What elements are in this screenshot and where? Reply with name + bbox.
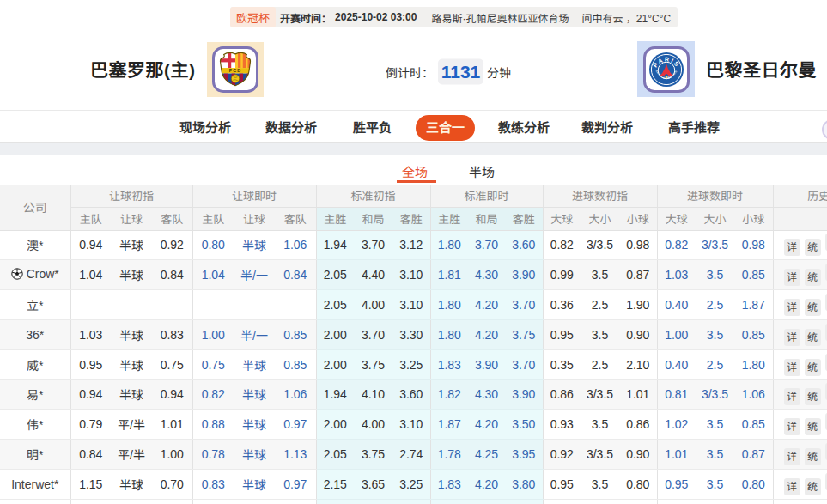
odds-cell[interactable]: 0.94 [70, 230, 111, 260]
odds-cell[interactable]: 3.5 [581, 410, 619, 440]
odds-cell[interactable]: 平/半 [111, 410, 152, 440]
odds-cell[interactable]: 半球 [234, 410, 275, 440]
odds-cell[interactable]: 1.78 [430, 440, 468, 470]
odds-cell[interactable]: 4.20 [468, 319, 505, 349]
nav-tab-4[interactable]: 三合一 [416, 115, 475, 141]
nav-tab-1[interactable]: 现场分析 [179, 118, 231, 136]
detail-button[interactable]: 详 [784, 329, 800, 346]
odds-cell[interactable]: 0.97 [275, 469, 316, 499]
odds-cell[interactable]: 0.93 [543, 410, 581, 440]
odds-cell[interactable]: 0.79 [70, 410, 111, 440]
odds-cell[interactable]: 半球 [111, 319, 152, 349]
odds-cell[interactable]: 1.82 [430, 380, 468, 410]
odds-cell[interactable]: 3.75 [505, 319, 543, 349]
odds-cell[interactable]: 3.5 [581, 260, 619, 290]
odds-cell[interactable]: 3/3.5 [696, 230, 734, 260]
odds-cell[interactable]: 0.40 [657, 290, 696, 320]
odds-cell[interactable]: 3.10 [392, 290, 430, 320]
stats-button[interactable]: 统 [805, 329, 821, 346]
odds-cell[interactable]: 0.82 [657, 230, 696, 260]
odds-cell[interactable]: 2.00 [316, 410, 354, 440]
odds-cell[interactable]: 3.90 [505, 380, 543, 410]
odds-cell[interactable]: 3/3.5 [581, 230, 619, 260]
odds-cell[interactable]: 半球 [111, 349, 152, 380]
odds-cell[interactable]: 2.10 [619, 349, 657, 380]
odds-cell[interactable]: 3.90 [505, 260, 543, 290]
odds-cell[interactable]: 1.04 [192, 260, 234, 290]
odds-cell[interactable]: 0.95 [70, 349, 111, 380]
odds-cell[interactable]: 0.80 [192, 230, 234, 260]
odds-cell[interactable]: 0.80 [619, 469, 657, 499]
odds-cell[interactable]: 0.86 [543, 380, 581, 410]
odds-cell[interactable]: 3.70 [468, 230, 505, 260]
odds-cell[interactable]: 4.00 [354, 410, 392, 440]
odds-cell[interactable]: 半/一 [234, 260, 275, 290]
odds-cell[interactable]: 3.5 [581, 469, 619, 499]
nav-tab-7[interactable]: 高手推荐 [668, 118, 720, 136]
odds-cell[interactable]: 半球 [234, 469, 275, 499]
stats-button[interactable]: 统 [805, 299, 821, 316]
odds-cell[interactable]: 0.99 [543, 260, 581, 290]
stats-button[interactable]: 统 [805, 269, 821, 286]
odds-cell[interactable]: 0.85 [275, 349, 316, 380]
odds-cell[interactable]: 平/半 [111, 440, 152, 470]
odds-cell[interactable]: 2.00 [316, 319, 354, 349]
odds-cell[interactable]: 0.94 [70, 380, 111, 410]
detail-button[interactable]: 详 [784, 418, 800, 435]
odds-cell[interactable]: 0.70 [152, 469, 192, 499]
odds-cell[interactable]: 4.30 [468, 380, 505, 410]
odds-cell[interactable]: 0.98 [619, 230, 657, 260]
odds-cell[interactable]: 1.03 [657, 260, 696, 290]
odds-cell[interactable]: 0.87 [619, 260, 657, 290]
odds-cell[interactable]: 0.85 [734, 260, 773, 290]
odds-cell[interactable]: 2.5 [696, 349, 734, 380]
odds-cell[interactable]: 3.25 [392, 349, 430, 380]
nav-tab-2[interactable]: 数据分析 [265, 118, 317, 136]
odds-cell[interactable]: 3.5 [696, 440, 734, 470]
odds-cell[interactable]: 2.5 [581, 290, 619, 320]
odds-cell[interactable]: 4.20 [468, 290, 505, 320]
odds-cell[interactable]: 3/3.5 [581, 440, 619, 470]
odds-cell[interactable]: 4.20 [468, 410, 505, 440]
odds-cell[interactable]: 3.5 [696, 260, 734, 290]
odds-cell[interactable]: 3.60 [392, 380, 430, 410]
odds-cell[interactable]: 3.95 [505, 440, 543, 470]
odds-cell[interactable]: 半球 [234, 440, 275, 470]
odds-cell[interactable]: 半球 [111, 260, 152, 290]
detail-button[interactable]: 详 [784, 448, 800, 465]
odds-cell[interactable]: 1.06 [275, 380, 316, 410]
odds-cell[interactable]: 3.5 [696, 469, 734, 499]
odds-cell[interactable]: 0.36 [543, 290, 581, 320]
odds-cell[interactable]: 2.05 [316, 290, 354, 320]
odds-cell[interactable]: 3.60 [505, 230, 543, 260]
odds-cell[interactable]: 4.30 [468, 260, 505, 290]
odds-cell[interactable]: 0.81 [657, 380, 696, 410]
odds-cell[interactable]: 2.5 [696, 290, 734, 320]
odds-cell[interactable]: 0.90 [619, 440, 657, 470]
odds-cell[interactable]: 3.70 [354, 230, 392, 260]
odds-cell[interactable]: 1.94 [316, 380, 354, 410]
odds-cell[interactable]: 1.80 [430, 290, 468, 320]
odds-cell[interactable]: 3.5 [581, 319, 619, 349]
odds-cell[interactable]: 1.03 [70, 319, 111, 349]
odds-cell[interactable]: 4.20 [468, 469, 505, 499]
odds-cell[interactable]: 3.10 [392, 410, 430, 440]
odds-cell[interactable]: 0.88 [192, 410, 234, 440]
odds-cell[interactable]: 1.00 [657, 319, 696, 349]
scope-tab-2[interactable]: 半场 [469, 162, 495, 180]
nav-tab-5[interactable]: 教练分析 [498, 118, 550, 136]
odds-cell[interactable]: 3.70 [505, 290, 543, 320]
odds-cell[interactable]: 0.75 [152, 349, 192, 380]
odds-cell[interactable]: 0.80 [734, 469, 773, 499]
odds-cell[interactable]: 1.02 [657, 410, 696, 440]
odds-cell[interactable]: 0.98 [734, 230, 773, 260]
odds-cell[interactable]: 1.01 [152, 410, 192, 440]
odds-cell[interactable]: 1.00 [192, 319, 234, 349]
odds-cell[interactable]: 3.70 [505, 349, 543, 380]
odds-cell[interactable]: 4.00 [354, 290, 392, 320]
stats-button[interactable]: 统 [805, 388, 821, 405]
odds-cell[interactable]: 3.12 [392, 230, 430, 260]
odds-cell[interactable]: 3.10 [392, 260, 430, 290]
odds-cell[interactable]: 0.86 [619, 410, 657, 440]
odds-cell[interactable]: 半球 [111, 230, 152, 260]
